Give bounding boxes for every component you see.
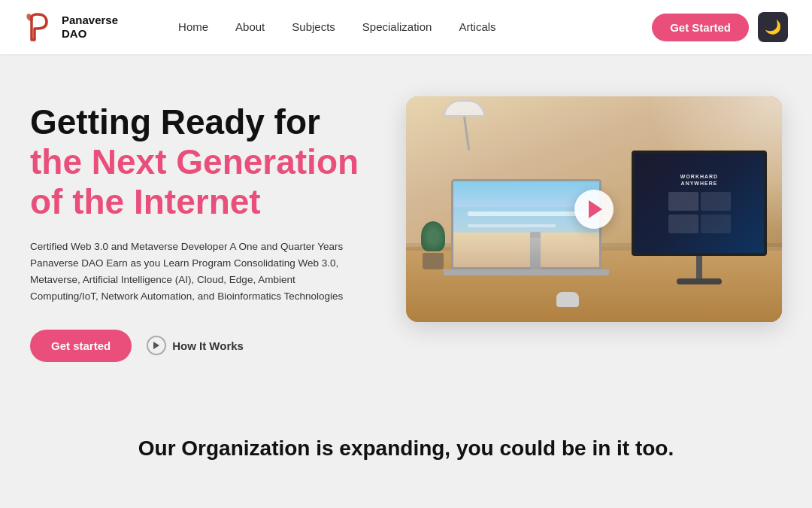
nav-item-specialization[interactable]: Specialization bbox=[362, 20, 432, 33]
video-thumbnail[interactable]: WORKHARD ANYWHERE bbox=[406, 96, 782, 322]
hero-title: Getting Ready for the Next Generation of… bbox=[30, 102, 361, 222]
svg-marker-0 bbox=[153, 342, 159, 349]
hero-media: WORKHARD ANYWHERE bbox=[406, 96, 782, 322]
monitor-illustration: WORKHARD ANYWHERE bbox=[632, 151, 767, 284]
play-triangle-icon bbox=[589, 200, 602, 218]
nav-cta-button[interactable]: Get Started bbox=[652, 14, 749, 41]
bottle-decoration bbox=[530, 232, 541, 269]
logo[interactable]: Panaverse DAO bbox=[24, 11, 118, 43]
navbar: Panaverse DAO Home About Subjects Specia… bbox=[0, 0, 812, 54]
nav-item-articals[interactable]: Articals bbox=[459, 20, 495, 33]
play-icon-small bbox=[147, 336, 166, 355]
hero-content: Getting Ready for the Next Generation of… bbox=[30, 96, 361, 362]
video-play-button[interactable] bbox=[574, 190, 614, 229]
nav-right: Get Started 🌙 bbox=[652, 12, 788, 42]
hero-section: Getting Ready for the Next Generation of… bbox=[0, 54, 812, 400]
nav-item-home[interactable]: Home bbox=[178, 20, 208, 33]
hero-description: Certified Web 3.0 and Metaverse Develope… bbox=[30, 239, 361, 306]
moon-icon: 🌙 bbox=[765, 19, 781, 35]
laptop-illustration bbox=[451, 179, 601, 277]
org-expanding-text: Our Organization is expanding, you could… bbox=[30, 437, 782, 461]
bottom-section: Our Organization is expanding, you could… bbox=[0, 400, 812, 491]
plant-decoration bbox=[421, 221, 445, 269]
hero-title-black: Getting Ready for bbox=[30, 102, 320, 141]
hero-actions: Get started How It Works bbox=[30, 330, 361, 362]
nav-item-subjects[interactable]: Subjects bbox=[292, 20, 335, 33]
how-it-works-button[interactable]: How It Works bbox=[147, 336, 244, 355]
hero-title-pink: the Next Generation of the Internet bbox=[30, 142, 359, 221]
brand-name: Panaverse DAO bbox=[62, 14, 118, 41]
lamp-decoration bbox=[444, 100, 485, 151]
how-it-works-label: How It Works bbox=[172, 339, 244, 352]
theme-toggle-button[interactable]: 🌙 bbox=[758, 12, 788, 42]
nav-links: Home About Subjects Specialization Artic… bbox=[178, 20, 652, 34]
nav-item-about[interactable]: About bbox=[235, 20, 265, 33]
mouse-decoration bbox=[556, 292, 579, 307]
logo-icon bbox=[24, 11, 56, 43]
hero-cta-button[interactable]: Get started bbox=[30, 330, 132, 362]
